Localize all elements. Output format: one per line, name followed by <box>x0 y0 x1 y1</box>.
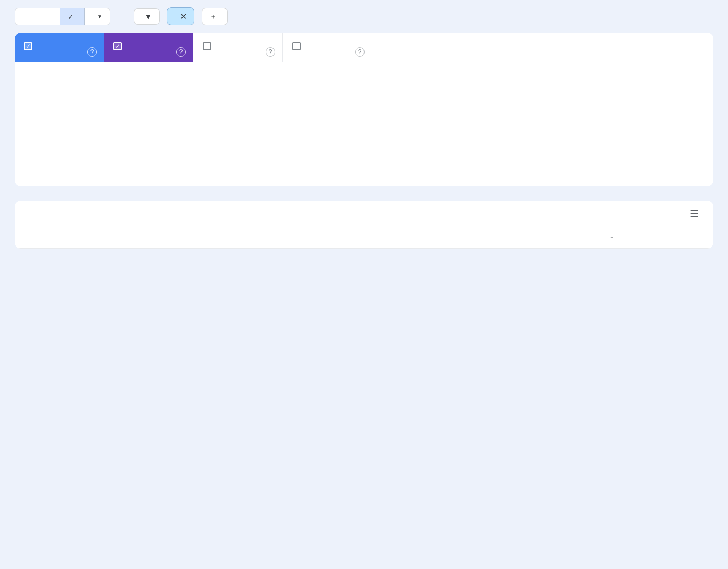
search-type-chip[interactable]: ▼ <box>134 8 160 25</box>
help-icon[interactable]: ? <box>355 47 365 57</box>
line-chart <box>28 69 700 171</box>
checkbox-icon <box>113 42 122 50</box>
filter-icon[interactable]: ☰ <box>690 208 699 219</box>
metric-total-clicks[interactable]: ? <box>15 33 104 62</box>
caret-down-icon: ▼ <box>97 14 102 19</box>
metrics-row: ? ? ? ? <box>15 33 713 62</box>
range-24h[interactable] <box>15 8 30 25</box>
search-appearance-chip[interactable]: ✕ <box>167 7 194 25</box>
range-28d[interactable] <box>45 8 60 25</box>
checkbox-icon <box>24 42 32 50</box>
help-icon[interactable]: ? <box>176 47 186 57</box>
queries-table: ↓ <box>15 220 713 249</box>
date-range-group: ✓ ▼ <box>15 8 110 25</box>
col-impressions[interactable] <box>630 220 713 249</box>
checkbox-icon <box>292 42 301 50</box>
divider <box>122 9 122 24</box>
help-icon[interactable]: ? <box>266 47 275 57</box>
metric-avg-ctr[interactable]: ? <box>193 33 283 62</box>
table-card: ☰ ↓ <box>15 201 713 249</box>
help-icon[interactable]: ? <box>87 47 97 57</box>
performance-card: ? ? ? ? <box>15 33 713 186</box>
filter-bar: ✓ ▼ ▼ ✕ ＋ <box>15 7 713 25</box>
sort-down-icon: ↓ <box>610 231 614 240</box>
close-icon[interactable]: ✕ <box>180 11 187 21</box>
chart-area <box>15 62 713 186</box>
check-icon: ✓ <box>68 12 74 21</box>
col-query[interactable] <box>15 220 568 249</box>
metric-avg-position[interactable]: ? <box>283 33 372 62</box>
metric-total-impressions[interactable]: ? <box>104 33 193 62</box>
range-more[interactable]: ▼ <box>85 8 110 25</box>
plus-icon: ＋ <box>210 12 217 21</box>
checkbox-icon <box>203 42 211 50</box>
add-filter-button[interactable]: ＋ <box>202 8 228 25</box>
range-3m[interactable]: ✓ <box>60 8 85 25</box>
col-clicks[interactable]: ↓ <box>568 220 630 249</box>
range-7d[interactable] <box>30 8 45 25</box>
caret-down-icon: ▼ <box>145 12 152 21</box>
